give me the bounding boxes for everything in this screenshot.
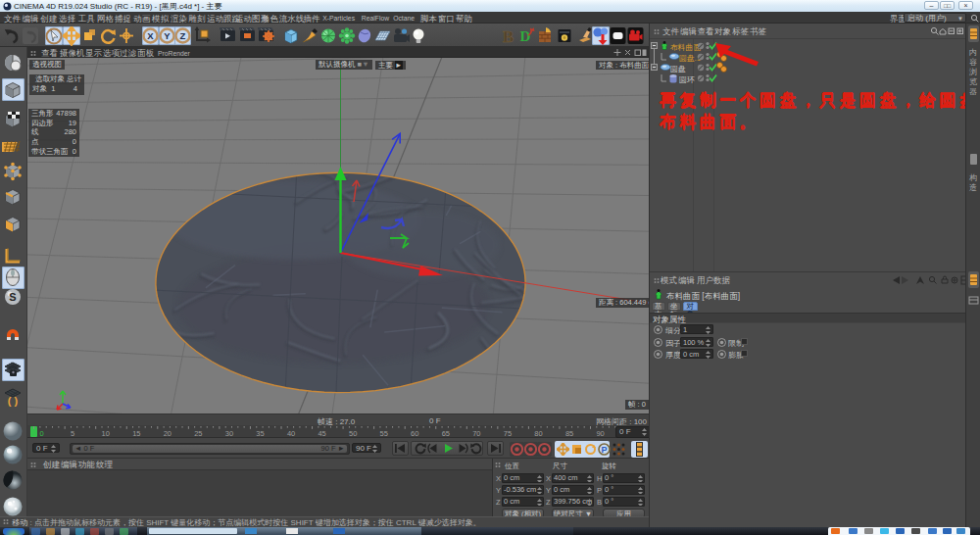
- svg-text:P: P: [601, 445, 607, 455]
- svg-text:S: S: [9, 291, 16, 303]
- svg-text:Y: Y: [164, 30, 171, 41]
- svg-text:( ): ( ): [8, 395, 19, 407]
- svg-text:D: D: [520, 28, 531, 44]
- svg-text:B: B: [503, 27, 514, 46]
- svg-text:Z: Z: [180, 30, 186, 41]
- svg-text:X: X: [147, 30, 154, 41]
